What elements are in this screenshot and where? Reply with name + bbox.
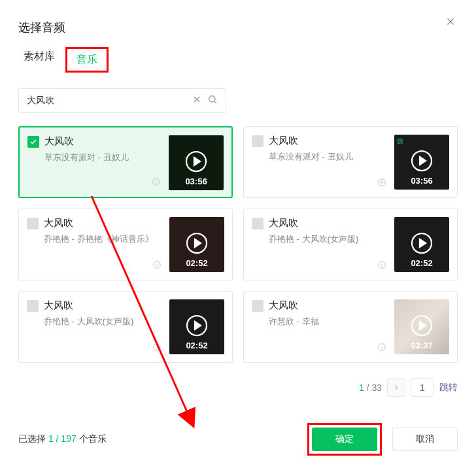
svg-point-0 bbox=[209, 96, 215, 102]
play-icon[interactable] bbox=[185, 314, 209, 340]
play-icon[interactable] bbox=[410, 149, 434, 175]
results-grid: 大风吹 草东没有派对 - 丑奴儿 03:56 大风吹 草东没有派对 - 丑奴儿 … bbox=[18, 126, 458, 363]
result-title: 大风吹 bbox=[269, 135, 298, 147]
thumbnail[interactable]: 02:52 bbox=[169, 299, 224, 354]
play-icon[interactable] bbox=[185, 231, 209, 258]
page-title: 选择音频 bbox=[18, 20, 458, 35]
checkbox-icon[interactable] bbox=[27, 300, 39, 312]
duration: 02:52 bbox=[169, 341, 224, 350]
checkbox-icon[interactable] bbox=[252, 300, 264, 312]
result-card[interactable]: 大风吹 乔艳艳 - 乔艳艳《神话音乐》 02:52 bbox=[18, 209, 233, 280]
broken-image-icon: ▧ bbox=[397, 137, 403, 144]
thumbnail[interactable]: ▧ 03:56 bbox=[394, 135, 449, 190]
info-icon bbox=[152, 177, 161, 189]
duration: 03:56 bbox=[169, 176, 224, 186]
result-subtitle: 草东没有派对 - 丑奴儿 bbox=[44, 152, 161, 163]
result-title: 大风吹 bbox=[44, 299, 73, 312]
result-title: 大风吹 bbox=[269, 299, 298, 312]
result-subtitle: 草东没有派对 - 丑奴儿 bbox=[269, 151, 386, 163]
close-icon[interactable] bbox=[445, 16, 456, 30]
info-icon bbox=[377, 260, 386, 272]
result-card[interactable]: 大风吹 草东没有派对 - 丑奴儿 03:56 bbox=[18, 126, 233, 198]
play-icon[interactable] bbox=[410, 314, 434, 340]
search-icon[interactable] bbox=[207, 94, 218, 107]
checkbox-icon[interactable] bbox=[252, 218, 264, 229]
next-page-button[interactable] bbox=[387, 378, 405, 397]
result-title: 大风吹 bbox=[269, 217, 298, 229]
clear-icon[interactable] bbox=[192, 94, 202, 107]
cancel-button[interactable]: 取消 bbox=[392, 428, 458, 451]
tabs: 素材库 音乐 bbox=[18, 47, 458, 73]
thumbnail[interactable]: 02:52 bbox=[169, 217, 224, 272]
info-icon bbox=[377, 343, 386, 354]
duration: 03:37 bbox=[394, 341, 449, 350]
duration: 02:52 bbox=[394, 258, 449, 268]
confirm-button[interactable]: 确定 bbox=[312, 428, 377, 451]
result-card[interactable]: 大风吹 许慧欣 - 幸福 03:37 bbox=[243, 291, 458, 363]
jump-link[interactable]: 跳转 bbox=[439, 382, 458, 394]
selected-info: 已选择 1 / 197 个音乐 bbox=[18, 433, 297, 445]
tab-music[interactable]: 音乐 bbox=[71, 50, 103, 69]
result-subtitle: 乔艳艳 - 乔艳艳《神话音乐》 bbox=[44, 233, 162, 245]
search-input[interactable] bbox=[27, 95, 186, 106]
page-info: 1 / 33 bbox=[359, 382, 382, 393]
result-subtitle: 乔艳艳 - 大风吹(女声版) bbox=[44, 316, 162, 327]
play-icon[interactable] bbox=[184, 150, 208, 176]
result-subtitle: 许慧欣 - 幸福 bbox=[269, 316, 386, 327]
result-subtitle: 乔艳艳 - 大风吹(女声版) bbox=[269, 233, 386, 245]
thumbnail[interactable]: 03:37 bbox=[394, 299, 449, 354]
result-card[interactable]: 大风吹 草东没有派对 - 丑奴儿 ▧ 03:56 bbox=[243, 126, 458, 198]
page-input[interactable] bbox=[411, 378, 434, 397]
result-card[interactable]: 大风吹 乔艳艳 - 大风吹(女声版) 02:52 bbox=[243, 209, 458, 280]
result-title: 大风吹 bbox=[44, 135, 74, 148]
checkbox-icon[interactable] bbox=[27, 136, 39, 148]
footer: 已选择 1 / 197 个音乐 确定 取消 bbox=[18, 423, 458, 456]
checkbox-icon[interactable] bbox=[252, 135, 264, 147]
pagination: 1 / 33 跳转 bbox=[18, 378, 458, 397]
play-icon[interactable] bbox=[410, 231, 434, 258]
search-box[interactable] bbox=[18, 88, 226, 113]
thumbnail[interactable]: 03:56 bbox=[169, 135, 224, 190]
info-icon bbox=[152, 343, 162, 354]
duration: 03:56 bbox=[394, 176, 449, 186]
info-icon bbox=[152, 260, 162, 272]
info-icon bbox=[377, 178, 386, 190]
duration: 02:52 bbox=[169, 258, 224, 268]
thumbnail[interactable]: 02:52 bbox=[394, 217, 449, 272]
result-card[interactable]: 大风吹 乔艳艳 - 大风吹(女声版) 02:52 bbox=[18, 291, 233, 363]
checkbox-icon[interactable] bbox=[27, 218, 39, 229]
tab-library[interactable]: 素材库 bbox=[18, 47, 60, 73]
result-title: 大风吹 bbox=[44, 217, 73, 229]
